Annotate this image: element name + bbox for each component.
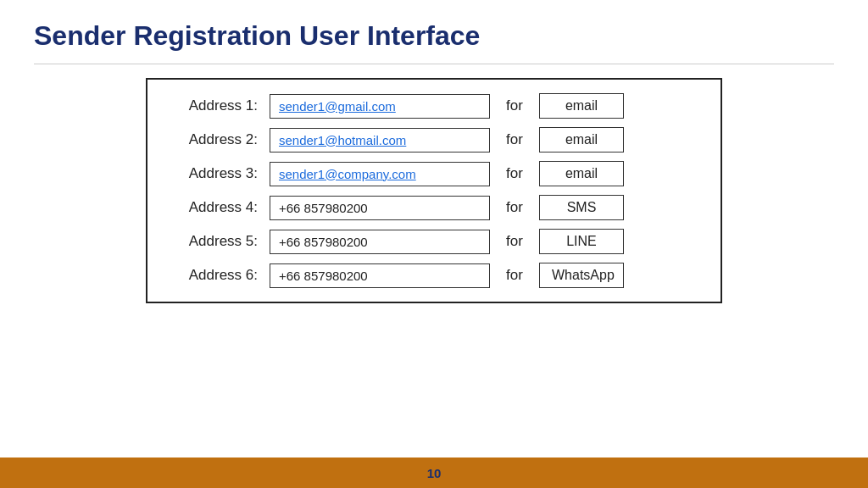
address-label: Address 5:: [173, 233, 258, 250]
address-label: Address 6:: [173, 267, 258, 284]
address-label: Address 3:: [173, 165, 258, 182]
type-box: email: [539, 161, 624, 186]
form-row: Address 6:+66 857980200forWhatsApp: [173, 263, 695, 288]
type-box: email: [539, 93, 624, 119]
form-row: Address 5:+66 857980200forLINE: [173, 229, 695, 254]
divider: [34, 64, 834, 64]
address-input[interactable]: sender1@gmail.com: [270, 94, 490, 119]
address-input[interactable]: sender1@company.com: [270, 162, 490, 186]
address-label: Address 4:: [173, 199, 258, 216]
address-input: +66 857980200: [270, 263, 490, 288]
page-title: Sender Registration User Interface: [34, 20, 834, 52]
page-number: 10: [427, 466, 442, 480]
form-row: Address 1:sender1@gmail.comforemail: [173, 93, 695, 119]
for-label: for: [502, 131, 527, 148]
type-box: LINE: [539, 229, 624, 254]
type-box: WhatsApp: [539, 263, 624, 288]
form-container: Address 1:sender1@gmail.comforemailAddre…: [146, 78, 722, 303]
for-label: for: [502, 97, 527, 114]
form-row: Address 4:+66 857980200forSMS: [173, 195, 695, 220]
address-input: +66 857980200: [270, 196, 490, 220]
for-label: for: [502, 233, 527, 250]
for-label: for: [502, 165, 527, 182]
address-input: +66 857980200: [270, 230, 490, 254]
for-label: for: [502, 199, 527, 216]
form-row: Address 3:sender1@company.comforemail: [173, 161, 695, 186]
address-label: Address 2:: [173, 131, 258, 148]
type-box: email: [539, 127, 624, 152]
address-label: Address 1:: [173, 97, 258, 114]
for-label: for: [502, 267, 527, 284]
type-box: SMS: [539, 195, 624, 220]
slide-footer: 10: [0, 458, 868, 488]
address-input[interactable]: sender1@hotmail.com: [270, 128, 490, 152]
slide-content: Sender Registration User Interface Addre…: [0, 0, 868, 458]
form-row: Address 2:sender1@hotmail.comforemail: [173, 127, 695, 152]
